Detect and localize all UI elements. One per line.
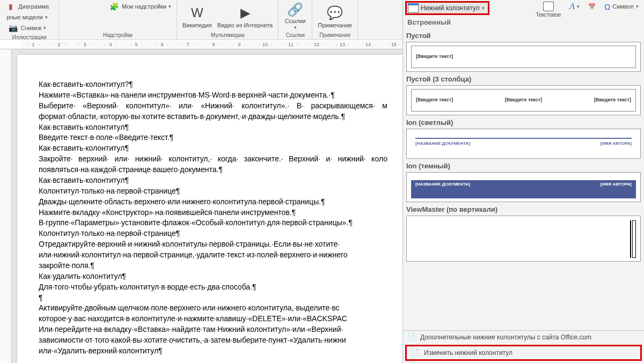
document-line[interactable]: Колонтитул·только·на·первой·странице¶ xyxy=(39,186,387,197)
panel-footer: 📄 Дополнительные нижние колонтитулы с са… xyxy=(403,330,644,363)
doc-title-text: [НАЗВАНИЕ ДОКУМЕНТА] xyxy=(415,182,470,197)
dropcap-button[interactable]: A▾ xyxy=(567,1,582,12)
document-line[interactable]: ¶ xyxy=(39,293,387,303)
wikipedia-button[interactable]: WВикипедия xyxy=(180,1,214,31)
comment-button[interactable]: 💬Примечание xyxy=(316,1,354,31)
footer-button-label: Нижний колонтитул xyxy=(421,4,480,12)
group-label-addins: Надстройки xyxy=(62,31,173,39)
screenshot-button[interactable]: 📷Снимок▾ xyxy=(3,23,51,33)
document-page[interactable]: Как·вставить·колонтитул?¶Нажмите·«Вставк… xyxy=(17,55,409,363)
document-line[interactable]: Введите·текст·в·поле·«Введите·текст.¶ xyxy=(39,132,387,143)
my-addins-button[interactable]: 🧩Мои надстройки▾ xyxy=(107,1,173,12)
chevron-down-icon: ▾ xyxy=(482,5,485,11)
document-line[interactable]: Как·вставить·колонтитул?¶ xyxy=(39,79,387,90)
document-line[interactable]: Выберите· «Верхний· колонтитул»· или· «Н… xyxy=(39,101,387,122)
ribbon-group-comments: 💬Примечание Примечания xyxy=(312,0,358,39)
date-icon: 📅 xyxy=(588,3,596,10)
document-line[interactable]: В·группе·«Параметры»·установите·флажок·«… xyxy=(39,218,387,228)
document-line[interactable]: или·«Удалить·верхний·колонтитул¶ xyxy=(39,346,387,357)
date-button[interactable]: 📅 xyxy=(586,1,598,12)
footer-icon xyxy=(408,3,419,13)
vertical-ruler[interactable] xyxy=(0,49,12,363)
document-line[interactable]: Дважды·щелкните·область·верхнего·или·ниж… xyxy=(39,197,387,208)
document-line[interactable]: Как·вставить·колонтитул¶ xyxy=(39,143,387,154)
document-line[interactable]: Отредактируйте·верхний·и·нижний·колонтит… xyxy=(39,239,387,271)
video-icon: ▶ xyxy=(237,4,254,21)
textbox-button[interactable]: Текстовое xyxy=(533,1,563,18)
document-line[interactable]: Активируйте·двойным·щелчком·поле·верхнег… xyxy=(39,303,387,346)
chart-icon: ▮ xyxy=(5,1,16,12)
footer-dropdown-button[interactable]: Нижний колонтитул ▾ xyxy=(405,1,489,15)
addin-icon: 🧩 xyxy=(109,1,120,12)
gallery-item-ion-light[interactable]: [НАЗВАНИЕ ДОКУМЕНТА] [ИМЯ АВТОРА] xyxy=(406,129,641,159)
chevron-down-icon: ▾ xyxy=(636,4,639,9)
gallery-title-ion-light: Ion (светлый) xyxy=(406,118,641,127)
document-line[interactable]: Нажмите·«Вставка»·на·панели·инструментов… xyxy=(39,90,387,101)
document-line[interactable]: Закройте· верхний· или· нижний· колонтит… xyxy=(39,154,387,175)
chevron-down-icon: ▾ xyxy=(43,25,46,31)
diagram-button[interactable]: ▮Диаграмма xyxy=(3,1,51,12)
document-line[interactable]: Как·вставить·колонтитул¶ xyxy=(39,122,387,133)
document-line[interactable]: Нажмите·вкладку·«Конструктор»·на·появивш… xyxy=(39,208,387,218)
link-icon: 🔗 xyxy=(287,2,304,17)
author-text: [ИМЯ АВТОРА] xyxy=(601,182,632,197)
chevron-down-icon: ▾ xyxy=(169,4,171,9)
footer-gallery-panel: Нижний колонтитул ▾ Текстовое A▾ 📅 ΩСимв… xyxy=(402,0,644,363)
gallery-title-ion-dark: Ion (темный) xyxy=(406,162,641,170)
panel-gallery: Пустой [Введите текст] Пустой (3 столбца… xyxy=(403,28,644,330)
gallery-item-empty[interactable]: [Введите текст] xyxy=(406,42,641,72)
gallery-item-empty3[interactable]: [Введите текст] [Введите текст] [Введите… xyxy=(406,85,641,115)
group-label-media: Мультимедиа xyxy=(180,31,275,39)
doc-title-text: [НАЗВАНИЕ ДОКУМЕНТА] xyxy=(415,141,470,155)
gallery-title-empty3: Пустой (3 столбца) xyxy=(406,75,641,83)
group-label-links: Ссылки xyxy=(282,31,309,39)
placeholder-text: [Введите текст] xyxy=(416,54,453,65)
omega-icon: Ω xyxy=(604,2,610,11)
ribbon-group-links: 🔗Ссылки▾ Ссылки xyxy=(279,0,312,39)
wikipedia-icon: W xyxy=(188,4,206,21)
placeholder-text: [Введите текст] xyxy=(594,97,631,109)
ribbon-group-addins: 🧩Мои надстройки▾ Надстройки xyxy=(59,0,177,39)
document-line[interactable]: Как·вставить·колонтитул¶ xyxy=(39,175,387,186)
placeholder-text: [Введите текст] xyxy=(505,97,542,109)
edit-footer-link[interactable]: 📄 Изменить нижний колонтитул xyxy=(405,345,642,361)
panel-header: Нижний колонтитул ▾ Текстовое A▾ 📅 ΩСимв… xyxy=(403,0,644,16)
author-text: [ИМЯ АВТОРА] xyxy=(601,141,632,155)
document-line[interactable]: Как·удалить·колонтитул¶ xyxy=(39,271,387,282)
gallery-item-viewmaster[interactable] xyxy=(406,216,641,262)
ribbon-group-illustrations: ▮Диаграмма рные модели▾ 📷Снимок▾ Иллюстр… xyxy=(0,0,59,39)
group-label-comments: Примечания xyxy=(316,31,354,39)
chevron-down-icon: ▾ xyxy=(45,14,48,20)
online-video-button[interactable]: ▶Видео из Интернета xyxy=(215,1,275,31)
document-line[interactable]: Для·того·чтобы·убрать·колонтитул·в·ворде… xyxy=(39,282,387,293)
gallery-item-ion-dark[interactable]: [НАЗВАНИЕ ДОКУМЕНТА] [ИМЯ АВТОРА] xyxy=(406,172,641,202)
links-button[interactable]: 🔗Ссылки▾ xyxy=(282,1,309,31)
edit-footer-icon: 📄 xyxy=(411,349,420,357)
gallery-title-empty: Пустой xyxy=(406,32,641,40)
comment-icon: 💬 xyxy=(326,4,343,21)
dropcap-icon: A xyxy=(569,2,575,11)
office-icon: 📄 xyxy=(407,333,416,342)
models-button[interactable]: рные модели▾ xyxy=(3,12,51,23)
symbol-button[interactable]: ΩСимвол▾ xyxy=(602,1,641,12)
document-line[interactable]: Колонтитул·только·на·первой·странице¶ xyxy=(39,228,387,239)
more-footers-link[interactable]: 📄 Дополнительные нижние колонтитулы с са… xyxy=(403,331,644,344)
screenshot-icon: 📷 xyxy=(8,23,19,33)
gallery-title-viewmaster: ViewMaster (по вертикали) xyxy=(406,205,641,213)
ribbon-group-media: WВикипедия ▶Видео из Интернета Мультимед… xyxy=(177,0,279,39)
textbox-icon xyxy=(543,2,554,11)
placeholder-text: [Введите текст] xyxy=(416,97,453,109)
chevron-down-icon: ▾ xyxy=(294,25,297,30)
